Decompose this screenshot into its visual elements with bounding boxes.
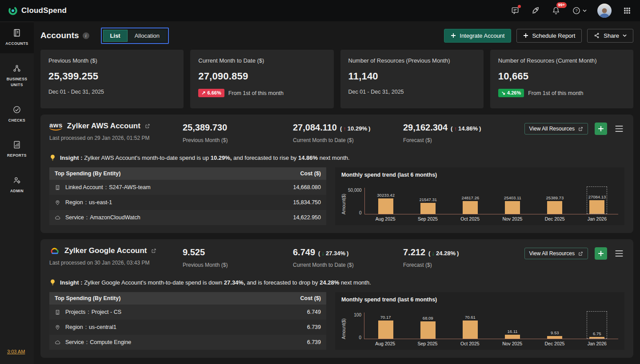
entity-category: Region — [65, 324, 83, 330]
badge-percent: 6.66% — [207, 90, 221, 96]
y-axis-ticks: 50,000 0 — [346, 188, 364, 215]
plot-area: 70.1768.0970.6116.119.536.75 — [364, 313, 618, 339]
stat-label: Previous Month ($) — [183, 137, 293, 143]
y-axis-ticks: 100 0 — [346, 313, 364, 340]
whats-new-rocket-icon[interactable] — [531, 6, 540, 16]
monthly-spend-trend-chart: Monthly spend trend (last 6 months) Amou… — [335, 292, 624, 350]
stat-value: 29,162.304 — [403, 123, 448, 133]
sidebar-item-label: CHECKS — [8, 118, 25, 124]
entity-category: Linked Account — [65, 184, 103, 190]
stat-label: Current Month to Date ($) — [293, 262, 403, 268]
help-menu[interactable]: ? — [572, 6, 587, 16]
avatar[interactable] — [597, 4, 612, 18]
bar — [547, 201, 562, 214]
notifications-bell-icon[interactable]: 99+ — [551, 6, 561, 16]
table-title: Top Spending (By Entity) — [55, 295, 120, 301]
clock-link[interactable]: 3:03 AM — [7, 349, 25, 354]
decrease-badge: ↘ 4.26% — [498, 89, 524, 97]
entity-name: us-east-1 — [89, 199, 112, 206]
chart-bar-aug-2025: 30233.42 — [374, 188, 398, 214]
alert-dot — [518, 5, 521, 8]
x-axis-tick-label: Aug 2025 — [373, 216, 397, 222]
cost-column-header: Cost ($) — [300, 295, 321, 301]
badge-percent: 4.26% — [507, 90, 521, 96]
share-icon — [594, 32, 600, 39]
bar — [505, 201, 520, 214]
card-subtitle: Dec 01 - Dec 31, 2025 — [48, 89, 104, 95]
plus-icon — [451, 33, 456, 38]
sidebar-item-accounts[interactable]: ACCOUNTS — [0, 22, 34, 53]
cloudspend-logo-icon — [8, 6, 18, 16]
hamburger-menu-icon[interactable] — [614, 249, 624, 258]
card-resources-current-month: Number of Resources (Current Month) 10,6… — [490, 50, 633, 108]
info-icon[interactable] — [83, 32, 89, 39]
bar-value-label: 24817.26 — [461, 195, 479, 200]
sidebar-item-label: ACCOUNTS — [5, 41, 28, 47]
google-cloud-logo — [49, 247, 60, 255]
bar-value-label: 16.11 — [508, 329, 518, 334]
tab-allocation[interactable]: Allocation — [128, 30, 167, 42]
card-value: 27,090.859 — [198, 71, 325, 82]
arrow-up-icon: ↑ — [343, 125, 346, 132]
sidebar-item-admin[interactable]: ADMIN — [0, 170, 34, 201]
card-value: 10,665 — [498, 71, 625, 82]
bar-value-label: 70.17 — [380, 315, 391, 320]
tab-list[interactable]: List — [103, 30, 128, 42]
add-budget-button[interactable] — [595, 123, 607, 135]
sidebar-item-checks[interactable]: CHECKS — [0, 99, 34, 130]
building-icon — [55, 185, 61, 190]
external-link-icon — [578, 251, 583, 256]
bar — [420, 321, 436, 339]
card-subtitle: Dec 01 - Dec 31, 2025 — [348, 89, 404, 95]
external-link-icon[interactable] — [151, 248, 156, 253]
entity-category: Region — [65, 199, 83, 206]
account-name[interactable]: Zylker Google Account — [64, 246, 147, 255]
view-toggle: List Allocation — [103, 30, 167, 42]
stat-value: 6.749 — [293, 247, 315, 257]
account-name[interactable]: Zylker AWS Account — [67, 122, 140, 131]
arrow-down-right-icon: ↘ — [501, 90, 505, 96]
cloudspend-brand[interactable]: CloudSpend — [8, 6, 67, 16]
entity-name: AmazonCloudWatch — [90, 214, 140, 221]
view-all-resources-button[interactable]: View All Resources — [524, 123, 588, 135]
table-row: Projects:Project - CS 6.749 — [49, 305, 326, 320]
entity-category: Projects — [65, 309, 85, 315]
y-tick: 100 — [354, 313, 361, 317]
stat-label: Current Month to Date ($) — [293, 137, 403, 143]
sidebar-item-business-units[interactable]: BUSINESS UNITS — [0, 58, 34, 95]
bar — [589, 200, 604, 214]
plus-icon — [598, 250, 604, 257]
apps-grid-icon[interactable] — [622, 6, 632, 16]
monthly-spend-trend-chart: Monthly spend trend (last 6 months) Amou… — [335, 167, 624, 225]
entity-cost: 6.739 — [307, 324, 321, 330]
external-link-icon — [578, 127, 583, 131]
entity-name: us-central1 — [89, 324, 116, 330]
share-button[interactable]: Share — [587, 29, 633, 43]
integrate-account-button[interactable]: Integrate Account — [444, 29, 511, 43]
notification-count-badge: 99+ — [556, 2, 567, 8]
view-all-resources-button[interactable]: View All Resources — [524, 248, 588, 259]
bar-value-label: 68.09 — [423, 316, 433, 320]
chevron-down-icon — [583, 9, 587, 12]
x-axis-tick-label: Dec 2025 — [543, 341, 567, 346]
bar-value-label: 70.61 — [465, 315, 476, 320]
arrow-up-icon: ↑ — [454, 125, 457, 132]
feedback-icon[interactable] — [510, 6, 520, 16]
card-title: Number of Resources (Previous Month) — [348, 57, 476, 64]
hamburger-menu-icon[interactable] — [614, 124, 624, 133]
table-title: Top Spending (By Entity) — [55, 170, 120, 177]
card-title: Previous Month ($) — [48, 57, 176, 64]
sidebar-item-reports[interactable]: REPORTS — [0, 134, 34, 165]
x-axis-tick-label: Sep 2025 — [416, 216, 440, 222]
x-axis-labels: Aug 2025Sep 2025Oct 2025Nov 2025Dec 2025… — [364, 216, 618, 222]
main-content: Accounts List Allocation Integrate Accou… — [34, 21, 640, 364]
stat-previous-month: 9.525 Previous Month ($) — [183, 246, 293, 268]
schedule-report-button[interactable]: Schedule Report — [516, 29, 582, 43]
entity-category: Service — [65, 339, 84, 345]
integrate-account-label: Integrate Account — [460, 32, 504, 39]
insight-row: Insight : Zylker Google Account's month-… — [49, 279, 624, 286]
add-budget-button[interactable] — [595, 247, 607, 260]
cost-column-header: Cost ($) — [300, 170, 321, 177]
external-link-icon[interactable] — [145, 123, 150, 129]
entity-cost: 14,622.950 — [293, 214, 321, 221]
